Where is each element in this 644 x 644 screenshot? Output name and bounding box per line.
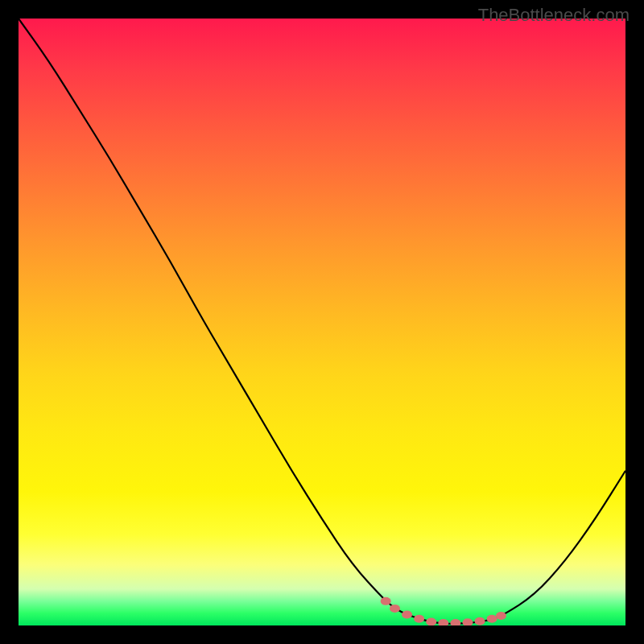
marker-dot [475,617,485,625]
marker-dot [402,610,412,618]
marker-group [381,597,506,625]
watermark-text: TheBottleneck.com [478,5,630,26]
marker-dot [426,617,436,625]
chart-plot-area [19,19,625,625]
marker-dot [390,605,400,613]
chart-svg [19,19,625,625]
marker-dot [450,619,460,625]
marker-dot [381,597,391,605]
marker-dot [414,615,424,623]
marker-dot [438,619,448,625]
marker-dot [462,618,473,625]
curve-line [19,19,625,624]
marker-dot [487,615,497,623]
marker-dot [496,612,506,620]
